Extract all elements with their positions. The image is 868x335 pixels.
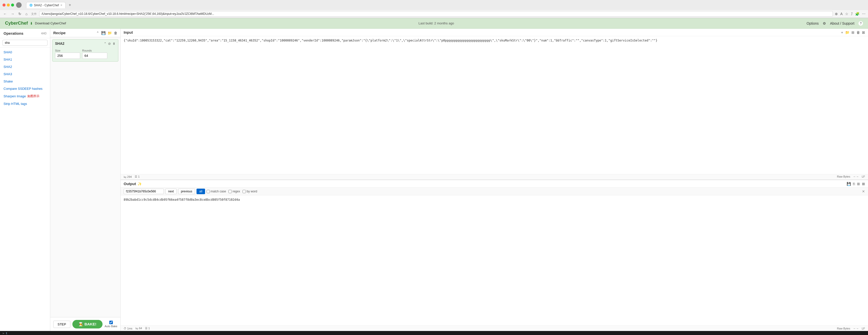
traffic-lights bbox=[2, 3, 14, 6]
output-raw-bytes[interactable]: Raw Bytes bbox=[837, 327, 850, 330]
match-case-checkbox[interactable] bbox=[207, 190, 210, 193]
by-word-checkbox[interactable] bbox=[243, 190, 246, 193]
auto-bake-group: Auto Bake bbox=[104, 321, 117, 328]
sha2-block: SHA2 ⌃ ⊘ ⏸ Size Rounds bbox=[52, 39, 118, 62]
sidebar-item-shake[interactable]: Shake bbox=[0, 78, 50, 85]
sidebar-item-ssdeep[interactable]: Compare SSDEEP hashes bbox=[0, 85, 50, 92]
input-section: Input + 📁 ⊞ 🗑 ⊠ {"skuId":100053153322,"c… bbox=[121, 29, 868, 180]
sidebar-header: Operations 440 bbox=[0, 29, 50, 38]
close-button[interactable] bbox=[2, 3, 5, 6]
font-size-icon[interactable]: A bbox=[840, 11, 843, 16]
about-support-label[interactable]: About / Support bbox=[830, 21, 855, 25]
output-expand-icon[interactable]: ⊠ bbox=[862, 182, 865, 186]
search-field[interactable] bbox=[124, 189, 164, 194]
sidebar-item-strip-html[interactable]: Strip HTML tags bbox=[0, 100, 50, 107]
search-input[interactable] bbox=[2, 40, 48, 46]
regex-option[interactable]: regex bbox=[228, 190, 240, 193]
input-trash-icon[interactable]: 🗑 bbox=[857, 30, 860, 34]
input-line-count: ☰ 1 bbox=[135, 175, 140, 179]
step-button[interactable]: STEP bbox=[53, 321, 70, 328]
more-icon[interactable]: ⋯ bbox=[862, 11, 866, 16]
sidebar-item-sha2[interactable]: SHA2 bbox=[0, 63, 50, 71]
sidebar-item-sha3[interactable]: SHA3 bbox=[0, 71, 50, 78]
output-arrow: ←→ bbox=[853, 327, 859, 330]
input-split-icon[interactable]: ⊞ bbox=[851, 30, 855, 34]
output-section: Output ✨ 💾 ⎘ ⊞ ⊠ next previous all bbox=[121, 180, 868, 331]
search-close-button[interactable]: ✕ bbox=[862, 189, 865, 193]
sha2-title: SHA2 bbox=[55, 41, 64, 46]
auto-bake-checkbox[interactable] bbox=[109, 321, 113, 324]
regex-checkbox[interactable] bbox=[228, 190, 232, 193]
sidebar-count: 440 bbox=[41, 31, 46, 35]
output-header: Output ✨ 💾 ⎘ ⊞ ⊠ bbox=[121, 180, 868, 188]
sha2-expand-icon[interactable]: ⌃ bbox=[104, 42, 106, 46]
previous-button[interactable]: previous bbox=[178, 189, 195, 194]
active-tab[interactable]: 🌐 SHA2 - CyberChef ✕ bbox=[26, 2, 66, 8]
input-add-icon[interactable]: + bbox=[841, 30, 843, 34]
recipe-save-icon[interactable]: 💾 bbox=[101, 31, 105, 35]
output-char-count: ㏒ 64 bbox=[135, 327, 142, 330]
recipe-collapse-icon[interactable]: ⌃ bbox=[96, 31, 99, 35]
sidebar-item-sharpen[interactable]: Sharpen Image 如图所示 bbox=[0, 92, 50, 100]
sha2-disable-icon[interactable]: ⊘ bbox=[108, 42, 111, 46]
input-status: ㏒ 294 ☰ 1 Raw Bytes ←→ LF bbox=[121, 174, 868, 179]
recipe-folder-icon[interactable]: 📁 bbox=[107, 31, 112, 35]
translate-icon[interactable]: ⊕ bbox=[834, 11, 838, 16]
maximize-button[interactable] bbox=[11, 3, 14, 6]
tab-bar: 🌐 SHA2 - CyberChef ✕ + bbox=[24, 1, 75, 8]
refresh-button[interactable]: ↻ bbox=[17, 11, 23, 16]
next-button[interactable]: next bbox=[165, 189, 177, 194]
browser-chrome: 🌐 SHA2 - CyberChef ✕ + ← → ↻ ⌂ 文件 ⊕ A ☆ … bbox=[0, 0, 868, 18]
recipe-footer: STEP 🧑‍🍳 BAKE! Auto Bake bbox=[50, 317, 120, 331]
recipe-trash-icon[interactable]: 🗑 bbox=[114, 31, 117, 35]
share-icon[interactable]: ⤴ bbox=[850, 11, 853, 16]
output-save-icon[interactable]: 💾 bbox=[847, 182, 851, 186]
avatar bbox=[16, 2, 22, 8]
sidebar-title: Operations bbox=[3, 31, 23, 35]
address-input[interactable] bbox=[39, 11, 833, 17]
options-label[interactable]: Options bbox=[806, 21, 818, 25]
size-input[interactable] bbox=[55, 53, 80, 59]
input-content[interactable]: {"skuId":100053153322,"cat":"12259,12260… bbox=[121, 36, 868, 174]
input-char-count: ㏒ 294 bbox=[124, 175, 132, 179]
sidebar-items: SHA0 SHA1 SHA2 SHA3 Shake Compare SSDEEP… bbox=[0, 48, 50, 108]
output-copy-icon[interactable]: ⎘ bbox=[853, 182, 855, 186]
output-line-count: ☰ 1 bbox=[145, 327, 150, 330]
input-expand-icon[interactable]: ⊠ bbox=[862, 30, 865, 34]
gear-icon: ⚙ bbox=[823, 21, 826, 25]
console-line: >t bbox=[0, 331, 868, 335]
recipe-area: Recipe ⌃ 💾 📁 🗑 SHA2 ⌃ ⊘ ⏸ Size bbox=[50, 29, 121, 331]
output-title: Output bbox=[124, 182, 136, 186]
input-lf[interactable]: LF bbox=[862, 175, 865, 179]
rounds-label: Rounds bbox=[82, 49, 107, 52]
sidebar-item-sha0[interactable]: SHA0 bbox=[0, 49, 50, 56]
sha2-header: SHA2 ⌃ ⊘ ⏸ bbox=[53, 39, 118, 48]
input-folder-icon[interactable]: 📁 bbox=[845, 30, 849, 34]
sha2-fields: Size Rounds bbox=[53, 48, 118, 61]
match-case-option[interactable]: match case bbox=[207, 190, 226, 193]
new-tab-button[interactable]: + bbox=[67, 1, 73, 8]
output-split-icon[interactable]: ⊞ bbox=[857, 182, 860, 186]
output-icons: 💾 ⎘ ⊞ ⊠ bbox=[847, 182, 865, 186]
bookmark-icon[interactable]: ☆ bbox=[845, 11, 849, 16]
sha2-pause-icon[interactable]: ⏸ bbox=[112, 42, 116, 46]
by-word-option[interactable]: by word bbox=[243, 190, 257, 193]
input-title: Input bbox=[124, 30, 133, 34]
home-button[interactable]: ⌂ bbox=[24, 11, 29, 16]
tab-close-button[interactable]: ✕ bbox=[60, 4, 62, 6]
output-lf[interactable]: LF bbox=[862, 327, 865, 330]
wand-icon[interactable]: ✨ bbox=[137, 182, 142, 186]
minimize-button[interactable] bbox=[7, 3, 10, 6]
forward-button[interactable]: → bbox=[9, 11, 16, 16]
back-button[interactable]: ← bbox=[2, 11, 8, 16]
all-button[interactable]: all bbox=[196, 189, 205, 194]
download-link[interactable]: Download CyberChef bbox=[35, 21, 66, 25]
sidebar-item-sha1[interactable]: SHA1 bbox=[0, 56, 50, 63]
output-title-group: Output ✨ bbox=[124, 182, 142, 186]
bake-button[interactable]: 🧑‍🍳 BAKE! bbox=[72, 320, 102, 329]
rounds-input[interactable] bbox=[82, 53, 107, 59]
extension-icon[interactable]: 🧩 bbox=[855, 11, 860, 16]
app-bar: CyberChef ⬇ Download CyberChef Last buil… bbox=[0, 18, 868, 29]
recipe-title: Recipe bbox=[53, 31, 66, 35]
input-raw-bytes[interactable]: Raw Bytes bbox=[837, 175, 850, 179]
